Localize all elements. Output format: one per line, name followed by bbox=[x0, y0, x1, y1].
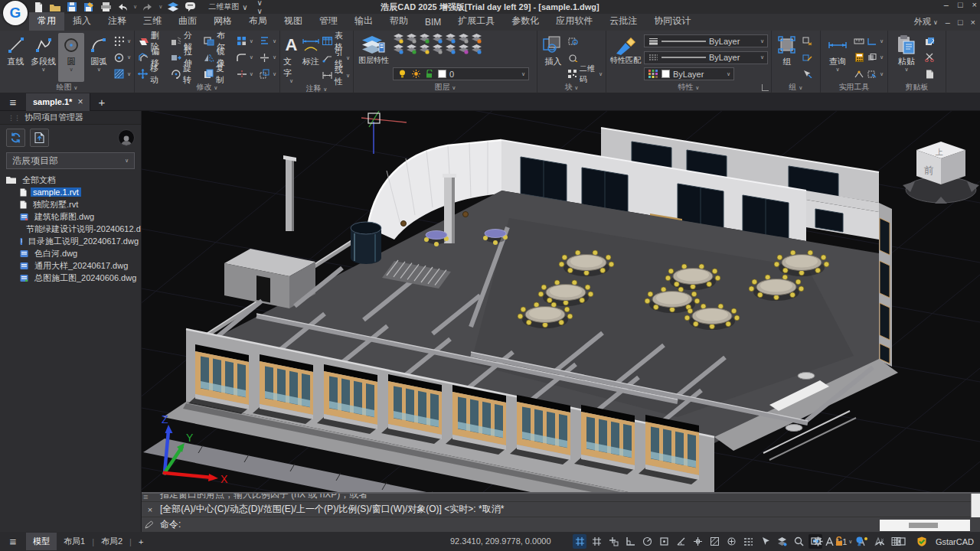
block-edit-button[interactable] bbox=[568, 34, 603, 47]
panel-label-modify[interactable]: 修改 ∨ bbox=[135, 82, 279, 93]
panel-label-properties[interactable]: 特性 ∨ bbox=[606, 82, 771, 93]
ribbon-tab-view[interactable]: 视图 bbox=[276, 12, 311, 31]
panel-label-annotate[interactable]: 注释 ∨ bbox=[280, 83, 353, 94]
properties-dialog-launcher-icon[interactable] bbox=[762, 84, 769, 91]
save-as-icon[interactable] bbox=[83, 2, 95, 13]
paste-button[interactable]: 粘贴 ∨ bbox=[891, 33, 922, 82]
file-item[interactable]: 建筑轮廓图.dwg bbox=[0, 210, 141, 223]
ribbon-tab-parametric[interactable]: 参数化 bbox=[503, 12, 547, 31]
lamp-icon[interactable] bbox=[853, 534, 867, 549]
align-button[interactable]: ∨ bbox=[260, 34, 276, 47]
status-menu-icon[interactable]: ≡ bbox=[0, 535, 26, 548]
group-button[interactable]: 组 bbox=[775, 33, 799, 82]
move-button[interactable]: 移动 bbox=[138, 67, 165, 80]
linetype-dropdown[interactable]: ByLayer∨ bbox=[644, 51, 768, 64]
document-menu-icon[interactable]: ≡ bbox=[0, 96, 26, 109]
object-snap-toggle[interactable] bbox=[657, 534, 671, 549]
layer-state-icons[interactable] bbox=[393, 34, 483, 54]
new-file-icon[interactable] bbox=[32, 2, 44, 13]
qr-code-button[interactable]: 二维码∨ bbox=[568, 67, 603, 80]
donut-button[interactable]: ∨ bbox=[114, 51, 131, 64]
file-item[interactable]: 目录施工说明_20240617.dwg bbox=[0, 235, 141, 247]
layers-stack-icon[interactable] bbox=[167, 2, 179, 13]
restore-button[interactable]: □ bbox=[958, 0, 963, 9]
redo-icon[interactable] bbox=[142, 2, 154, 13]
ribbon-close-icon[interactable]: × bbox=[971, 18, 975, 27]
angle-snap-toggle[interactable] bbox=[674, 534, 688, 549]
document-tab-active[interactable]: sample.1* × bbox=[26, 93, 90, 111]
file-item[interactable]: 独院别墅.rvt bbox=[0, 198, 141, 210]
polar-tracking-toggle[interactable] bbox=[640, 534, 654, 549]
copy-clip-button[interactable] bbox=[924, 34, 935, 47]
circle-button[interactable]: 圆 ∨ bbox=[58, 33, 83, 82]
line-button[interactable]: 直线 bbox=[3, 33, 28, 82]
import-document-button[interactable] bbox=[30, 129, 49, 147]
arc-button[interactable]: 圆弧 ∨ bbox=[87, 33, 112, 82]
appearance-menu[interactable]: 外观 ∨ bbox=[914, 16, 938, 28]
grid-snap-toggle[interactable] bbox=[573, 534, 586, 549]
match-properties-button[interactable]: 特性匹配 bbox=[609, 33, 642, 82]
insert-block-button[interactable]: 插入 bbox=[541, 33, 566, 82]
color-dropdown[interactable]: ByLayer∨ bbox=[644, 67, 734, 80]
drawing-canvas[interactable]: 上 前 Z Y X bbox=[142, 111, 980, 532]
point-style-button[interactable]: ∨ bbox=[114, 34, 131, 47]
command-window[interactable]: ≡ 指定窗口的角点，输入比例因子 (nX 或 nXP)，或者 × [全部(A)/… bbox=[142, 492, 980, 532]
center-snap-toggle[interactable] bbox=[724, 534, 738, 549]
minimize-button[interactable]: – bbox=[944, 0, 949, 9]
file-item[interactable]: 色白河.dwg bbox=[0, 247, 141, 259]
unlock-icon[interactable] bbox=[832, 534, 846, 549]
print-icon[interactable] bbox=[100, 2, 112, 13]
ribbon-tab-surface[interactable]: 曲面 bbox=[170, 12, 205, 31]
group-edit-button[interactable] bbox=[802, 51, 812, 64]
zoom-magnifier-icon[interactable] bbox=[792, 534, 805, 549]
tab-layout1[interactable]: 布局1 bbox=[57, 533, 92, 550]
ribbon-tab-home[interactable]: 常用 bbox=[29, 12, 64, 31]
panel-label-block[interactable]: 块 ∨ bbox=[537, 82, 606, 93]
undo-dropdown-icon[interactable]: ∨ bbox=[133, 4, 137, 10]
ribbon-tab-cloud-markup[interactable]: 云批注 bbox=[601, 12, 645, 31]
block-attr-button[interactable] bbox=[568, 51, 603, 64]
save-icon[interactable] bbox=[66, 2, 78, 13]
ribbon-tab-annotate[interactable]: 注释 bbox=[100, 12, 135, 31]
hatch-display-toggle[interactable] bbox=[707, 534, 721, 549]
ribbon-restore-icon[interactable]: □ bbox=[958, 18, 963, 27]
measure-button[interactable]: 查询 ∨ bbox=[824, 33, 851, 82]
panel-label-draw[interactable]: 绘图 ∨ bbox=[0, 82, 134, 93]
table-button[interactable]: 表格 bbox=[322, 34, 350, 47]
new-layout-icon[interactable]: + bbox=[132, 534, 150, 549]
tree-root-folder[interactable]: 全部文档 bbox=[0, 174, 141, 186]
command-close-icon[interactable]: × bbox=[145, 505, 155, 514]
file-item[interactable]: 总图施工图_20240606.dwg bbox=[0, 272, 141, 284]
leader-button[interactable]: 引线∨ bbox=[322, 52, 350, 65]
file-item[interactable]: 节能绿建设计说明-20240612.d bbox=[0, 223, 141, 235]
polyline-button[interactable]: 多段线 ∨ bbox=[31, 33, 56, 82]
trim-button[interactable]: ∨ bbox=[237, 67, 253, 80]
fillet-button[interactable]: ∨ bbox=[237, 51, 253, 64]
ribbon-tab-manage[interactable]: 管理 bbox=[311, 12, 346, 31]
paste-special-button[interactable] bbox=[924, 67, 935, 80]
layer-properties-button[interactable]: 图层特性 bbox=[357, 33, 390, 82]
fullscreen-icon[interactable] bbox=[894, 534, 908, 549]
workspace-switcher[interactable]: 二维草图 ∨ ∨∨ bbox=[204, 2, 267, 13]
project-selector[interactable]: 浩辰项目部 ∨ bbox=[6, 152, 135, 169]
command-horizontal-scrollbar[interactable] bbox=[880, 520, 970, 531]
ortho-mode-toggle[interactable] bbox=[623, 534, 637, 549]
file-item[interactable]: sample.1.rvt bbox=[0, 186, 141, 198]
performance-gauge-icon[interactable] bbox=[874, 534, 887, 549]
layer-isolate-toggle[interactable] bbox=[775, 534, 789, 549]
command-input-line[interactable]: 命令: bbox=[142, 517, 980, 532]
hatch-button[interactable]: ∨ bbox=[114, 67, 131, 80]
ribbon-tab-3d[interactable]: 三维 bbox=[135, 12, 170, 31]
open-folder-icon[interactable] bbox=[49, 2, 61, 13]
close-button[interactable]: × bbox=[972, 0, 977, 9]
ribbon-tab-layout[interactable]: 布局 bbox=[240, 12, 276, 31]
scale-button[interactable]: ∨ bbox=[260, 67, 276, 80]
point-id-button[interactable]: ∨ bbox=[854, 67, 884, 80]
file-item[interactable]: 通用大样_20240617.dwg bbox=[0, 259, 141, 272]
app-logo[interactable]: G bbox=[3, 1, 28, 25]
command-vertical-scrollbar[interactable] bbox=[971, 494, 980, 517]
copy-button[interactable]: 复制 bbox=[204, 67, 230, 80]
panel-label-group[interactable]: 组 ∨ bbox=[772, 82, 820, 93]
snap-mode-toggle[interactable] bbox=[606, 534, 620, 549]
grid-display-toggle[interactable] bbox=[590, 534, 603, 549]
